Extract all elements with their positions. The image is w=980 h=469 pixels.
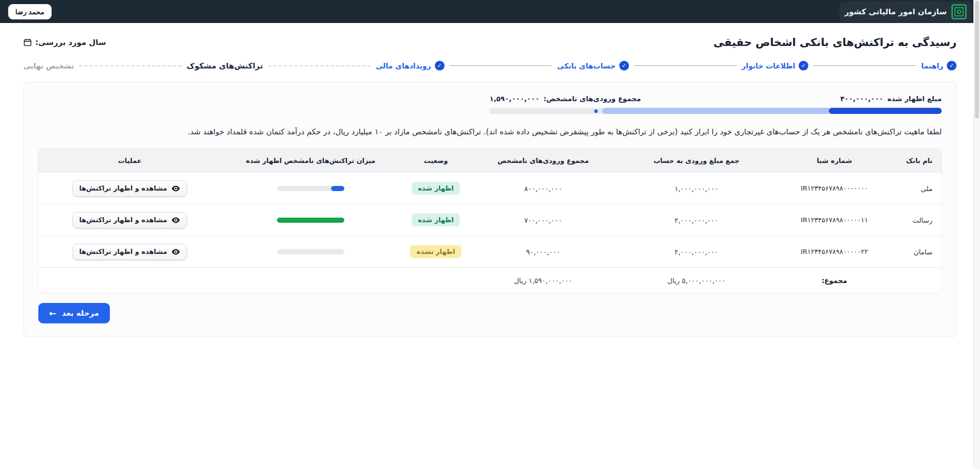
- step-label: راهنما: [921, 62, 943, 70]
- step-label: تشخیص نهایی: [24, 62, 74, 70]
- check-icon: ✓: [799, 61, 808, 71]
- step-suspicious-transactions[interactable]: ✓ تراکنش‌های مشکوک: [186, 61, 263, 71]
- step-household-info[interactable]: ✓ اطلاعات خانوار: [742, 61, 809, 71]
- declared-amount-value: ۴۰۰,۰۰۰,۰۰۰: [840, 95, 883, 103]
- scrollbar-thumb[interactable]: [975, 1, 979, 119]
- eye-icon: [171, 247, 180, 256]
- stepper-connector: [813, 65, 916, 66]
- status-badge: اظهار نشده: [410, 245, 461, 258]
- summary-bar-unknown-segment: [602, 108, 829, 114]
- table-row: ملی IR۱۲۳۴۵۶۷۸۹۸۰۰۰۰۰۰۰ ۱,۰۰۰,۰۰۰,۰۰۰ ۸۰…: [38, 172, 942, 204]
- view-declare-transactions-button[interactable]: مشاهده و اظهار تراکنش‌ها: [73, 212, 187, 228]
- unknown-inflow-value: ۷۰۰,۰۰۰,۰۰۰: [472, 216, 615, 224]
- action-label: مشاهده و اظهار تراکنش‌ها: [79, 184, 167, 192]
- step-label: رویدادهای مالی: [376, 62, 431, 70]
- col-status: وضعیت: [400, 157, 472, 165]
- action-label: مشاهده و اظهار تراکنش‌ها: [79, 248, 167, 255]
- declared-ratio-bar: [277, 218, 344, 223]
- stepper-connector: [268, 65, 371, 66]
- summary-progress-bar: [489, 108, 942, 114]
- user-menu-button[interactable]: محمد رضا: [8, 4, 52, 19]
- eye-icon: [171, 216, 180, 225]
- step-final-assessment[interactable]: ✓ تشخیص نهایی: [24, 62, 74, 70]
- table-header-row: نام بانک شماره شبا جمع مبلغ ورودی به حسا…: [38, 149, 942, 172]
- declared-bar-fill: [277, 218, 344, 223]
- organization-logo-icon: [951, 4, 967, 19]
- arrow-left-icon: ←: [49, 309, 56, 318]
- col-declared-ratio: میزان تراکنش‌های نامشخص اظهار شده: [221, 157, 400, 165]
- top-header: سازمان امور مالیاتی کشور محمد رضا: [0, 0, 980, 23]
- check-icon: ✓: [947, 61, 956, 71]
- unknown-total-label: مجموع ورودی‌های نامشخص:۱,۵۹۰,۰۰۰,۰۰۰: [489, 95, 641, 103]
- bank-name: سامان: [891, 248, 942, 256]
- bank-accounts-table: نام بانک شماره شبا جمع مبلغ ورودی به حسا…: [38, 149, 942, 293]
- step-financial-events[interactable]: ✓ رویدادهای مالی: [376, 61, 444, 71]
- declared-bar-fill: [331, 186, 344, 191]
- col-total-inflow: جمع مبلغ ورودی به حساب: [615, 157, 778, 165]
- unknown-total-value: ۱,۵۹۰,۰۰۰,۰۰۰: [489, 95, 540, 103]
- view-declare-transactions-button[interactable]: مشاهده و اظهار تراکنش‌ها: [73, 244, 187, 260]
- step-label: تراکنش‌های مشکوک: [186, 61, 263, 71]
- stepper-connector: [634, 65, 737, 66]
- total-inflow-value: ۲,۰۰۰,۰۰۰,۰۰۰: [615, 248, 778, 256]
- iban-value: IR۱۲۳۴۵۶۷۸۹۸۰۰۰۰۰۱۱: [778, 216, 891, 224]
- year-picker-label: سال مورد بررسی:: [35, 38, 106, 47]
- stepper-connector: [450, 65, 552, 66]
- scrollbar[interactable]: [973, 0, 980, 469]
- main-content: رسیدگی به تراکنش‌های بانکی اشخاص حقیقی س…: [0, 23, 980, 337]
- view-declare-transactions-button[interactable]: مشاهده و اظهار تراکنش‌ها: [73, 180, 187, 197]
- summary-bar-declared-segment: [829, 108, 942, 114]
- col-operations: عملیات: [38, 157, 221, 165]
- declared-ratio-bar: [277, 186, 344, 191]
- brand: سازمان امور مالیاتی کشور: [839, 2, 972, 22]
- totals-label: مجموع:: [778, 276, 891, 285]
- table-row: رسالت IR۱۲۳۴۵۶۷۸۹۸۰۰۰۰۰۱۱ ۲,۰۰۰,۰۰۰,۰۰۰ …: [38, 204, 942, 236]
- declared-amount-label: مبلغ اظهار شده۴۰۰,۰۰۰,۰۰۰: [840, 95, 942, 103]
- step-guide[interactable]: ✓ راهنما: [921, 61, 956, 71]
- col-iban: شماره شبا: [778, 157, 891, 165]
- unknown-inflow-value: ۹۰,۰۰۰,۰۰۰: [472, 248, 615, 256]
- unknown-inflow-value: ۸۰۰,۰۰۰,۰۰۰: [472, 184, 615, 193]
- eye-icon: [171, 184, 180, 193]
- year-picker[interactable]: سال مورد بررسی:: [24, 38, 106, 47]
- check-icon: ✓: [619, 61, 629, 71]
- summary-bar-marker: [594, 109, 598, 113]
- total-inflow-value: ۲,۰۰۰,۰۰۰,۰۰۰: [615, 216, 778, 224]
- brand-title: سازمان امور مالیاتی کشور: [845, 7, 947, 16]
- table-footer-row: مجموع: ۵,۰۰۰,۰۰۰,۰۰۰ ریال ۱,۵۹۰,۰۰۰,۰۰۰ …: [38, 267, 942, 293]
- next-step-label: مرحله بعد: [62, 309, 99, 318]
- notice-text: لطفا ماهیت تراکنش‌های نامشخص هر یک از حس…: [38, 127, 942, 136]
- unknown-inflow-sum: ۱,۵۹۰,۰۰۰,۰۰۰ ریال: [472, 276, 615, 285]
- next-step-button[interactable]: مرحله بعد ←: [38, 303, 110, 323]
- suspicious-transactions-panel: مبلغ اظهار شده۴۰۰,۰۰۰,۰۰۰ مجموع ورودی‌ها…: [24, 82, 956, 337]
- declared-amount-summary: مبلغ اظهار شده۴۰۰,۰۰۰,۰۰۰ مجموع ورودی‌ها…: [489, 95, 942, 114]
- wizard-stepper: ✓ راهنما ✓ اطلاعات خانوار ✓ حساب‌های بان…: [24, 61, 956, 71]
- declared-ratio-bar: [277, 249, 344, 254]
- bank-name: ملی: [891, 184, 942, 193]
- iban-value: IR۱۲۳۴۵۶۷۸۹۸۰۰۰۰۰۰۰: [778, 184, 891, 192]
- step-bank-accounts[interactable]: ✓ حساب‌های بانکی: [557, 61, 628, 71]
- page-title: رسیدگی به تراکنش‌های بانکی اشخاص حقیقی: [713, 36, 956, 49]
- stepper-connector: [79, 65, 182, 66]
- col-bank-name: نام بانک: [891, 157, 942, 165]
- check-icon: ✓: [435, 61, 445, 71]
- bank-name: رسالت: [891, 216, 942, 224]
- col-unknown-inflow: مجموع ورودی‌های نامشخص: [472, 157, 615, 165]
- iban-value: IR۱۲۳۴۵۶۷۸۹۸۰۰۰۰۰۲۲: [778, 248, 891, 255]
- step-label: حساب‌های بانکی: [557, 62, 615, 70]
- total-inflow-sum: ۵,۰۰۰,۰۰۰,۰۰۰ ریال: [615, 276, 778, 285]
- status-badge: اظهار شده: [412, 214, 460, 226]
- total-inflow-value: ۱,۰۰۰,۰۰۰,۰۰۰: [615, 184, 778, 193]
- action-label: مشاهده و اظهار تراکنش‌ها: [79, 216, 167, 224]
- step-label: اطلاعات خانوار: [742, 62, 796, 70]
- status-badge: اظهار شده: [412, 182, 460, 195]
- table-row: سامان IR۱۲۳۴۵۶۷۸۹۸۰۰۰۰۰۲۲ ۲,۰۰۰,۰۰۰,۰۰۰ …: [38, 236, 942, 267]
- calendar-icon: [24, 38, 32, 46]
